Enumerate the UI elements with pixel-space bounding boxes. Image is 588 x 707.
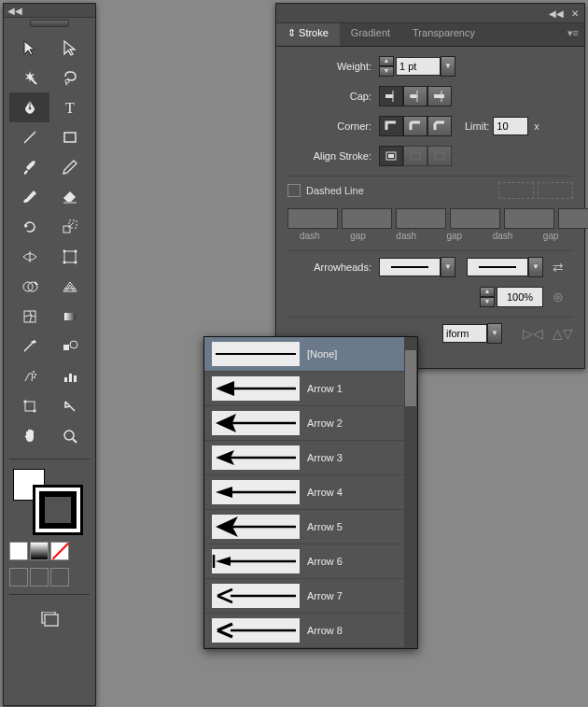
svg-rect-47 — [435, 152, 444, 160]
width-tool[interactable] — [9, 242, 49, 272]
tab-transparency[interactable]: Transparency — [401, 23, 486, 46]
profile-dd-icon[interactable]: ▼ — [487, 323, 502, 344]
panel-close-icon[interactable]: ✕ — [571, 8, 579, 19]
panel-grip[interactable] — [30, 20, 69, 27]
arrow-scale-input[interactable] — [497, 287, 543, 307]
eyedropper-tool[interactable] — [9, 332, 49, 361]
tab-gradient[interactable]: Gradient — [340, 23, 401, 46]
corner-miter-button[interactable] — [379, 116, 403, 136]
limit-x-label: x — [534, 120, 539, 132]
weight-input[interactable] — [396, 57, 441, 76]
draw-normal-button[interactable] — [9, 568, 28, 587]
arrowhead-end-dropdown[interactable] — [467, 258, 528, 276]
dash-3-input[interactable] — [504, 208, 554, 229]
panel-menu-icon[interactable]: ▾≡ — [562, 23, 584, 46]
gap-1-input[interactable] — [342, 208, 392, 229]
cap-projecting-button[interactable] — [427, 86, 452, 106]
align-inside-button[interactable] — [403, 146, 427, 166]
free-transform-tool[interactable] — [49, 242, 90, 272]
dash-label: dash — [384, 231, 428, 241]
dash-1-input[interactable] — [287, 208, 338, 229]
symbol-sprayer-tool[interactable] — [9, 361, 49, 391]
arrowhead-option[interactable]: [None] — [204, 337, 417, 372]
color-mode-button[interactable] — [9, 542, 28, 560]
dashed-line-checkbox[interactable] — [287, 184, 301, 197]
stroke-swatch[interactable] — [35, 488, 80, 532]
flip-across-icon[interactable]: △▽ — [553, 326, 573, 341]
zoom-tool[interactable] — [49, 421, 90, 451]
selection-tool[interactable] — [9, 33, 49, 63]
shape-builder-tool[interactable] — [9, 272, 49, 302]
perspective-grid-tool[interactable] — [49, 272, 90, 302]
hand-tool[interactable] — [9, 421, 49, 451]
weight-stepper[interactable]: ▲▼ — [379, 56, 394, 77]
arrowhead-option[interactable]: Arrow 3 — [204, 441, 417, 475]
blob-brush-tool[interactable] — [9, 182, 49, 212]
limit-input[interactable] — [493, 117, 528, 135]
type-tool[interactable]: T — [49, 92, 90, 122]
line-tool[interactable] — [9, 122, 49, 152]
blend-tool[interactable] — [49, 332, 90, 361]
svg-point-23 — [33, 371, 35, 373]
direct-selection-tool[interactable] — [49, 33, 90, 63]
link-scale-icon[interactable]: ⊛ — [553, 290, 564, 304]
screen-mode-button[interactable] — [9, 604, 90, 634]
arrowheads-label: Arrowheads: — [287, 262, 371, 273]
arrowhead-option[interactable]: Arrow 1 — [204, 372, 417, 406]
rectangle-tool[interactable] — [49, 122, 90, 152]
arrowhead-end-dd-icon[interactable]: ▼ — [528, 257, 543, 277]
draw-behind-button[interactable] — [30, 568, 49, 587]
paintbrush-tool[interactable] — [9, 152, 49, 182]
eraser-tool[interactable] — [49, 182, 90, 212]
slice-tool[interactable] — [49, 391, 90, 421]
corner-round-button[interactable] — [403, 116, 427, 136]
collapse-icon[interactable]: ◀◀ — [7, 6, 22, 16]
scrollbar[interactable] — [404, 337, 417, 648]
arrowhead-option[interactable]: Arrow 5 — [204, 510, 417, 544]
svg-point-34 — [64, 431, 74, 440]
stroke-panel-header: ◀◀ ✕ — [276, 4, 584, 23]
cap-butt-button[interactable] — [379, 86, 403, 106]
arrowhead-option[interactable]: Arrow 2 — [204, 406, 417, 441]
align-outside-button[interactable] — [427, 146, 452, 166]
draw-inside-button[interactable] — [50, 568, 69, 587]
column-graph-tool[interactable] — [49, 361, 90, 391]
profile-dropdown[interactable] — [442, 324, 487, 343]
flip-along-icon[interactable]: ▷◁ — [523, 326, 543, 341]
corner-bevel-button[interactable] — [427, 116, 452, 136]
dash-align-preserve-button[interactable] — [498, 182, 534, 199]
scale-tool[interactable] — [49, 212, 90, 242]
arrowhead-option[interactable]: Arrow 7 — [204, 579, 417, 614]
tools-panel: ◀◀ T — [3, 3, 96, 706]
gradient-mode-button[interactable] — [30, 542, 49, 560]
none-mode-button[interactable] — [50, 542, 69, 560]
mesh-tool[interactable] — [9, 302, 49, 332]
arrowhead-start-dropdown[interactable] — [379, 258, 441, 276]
swap-arrowheads-icon[interactable]: ⇄ — [553, 260, 564, 275]
magic-wand-tool[interactable] — [9, 63, 49, 92]
dash-2-input[interactable] — [396, 208, 446, 229]
arrowhead-option[interactable]: Arrow 6 — [204, 544, 417, 579]
tab-stroke[interactable]: Stroke — [276, 23, 340, 46]
gradient-tool[interactable] — [49, 302, 90, 332]
svg-rect-37 — [45, 615, 58, 626]
cap-round-button[interactable] — [403, 86, 427, 106]
scrollbar-thumb[interactable] — [405, 350, 416, 406]
pencil-tool[interactable] — [49, 152, 90, 182]
dash-align-corners-button[interactable] — [538, 182, 573, 199]
arrowhead-option[interactable]: Arrow 4 — [204, 475, 417, 510]
pen-tool[interactable] — [9, 92, 49, 122]
arrowhead-option-label: Arrow 3 — [307, 452, 343, 463]
arrowhead-start-dd-icon[interactable]: ▼ — [441, 257, 455, 277]
arrowhead-option[interactable]: Arrow 8 — [204, 614, 417, 648]
artboard-tool[interactable] — [9, 391, 49, 421]
gap-2-input[interactable] — [450, 208, 500, 229]
lasso-tool[interactable] — [49, 63, 90, 92]
arrowhead-option-label: Arrow 5 — [307, 521, 343, 532]
panel-collapse-icon[interactable]: ◀◀ — [549, 8, 564, 19]
weight-dropdown[interactable]: ▼ — [441, 56, 455, 77]
align-center-button[interactable] — [379, 146, 403, 166]
gap-3-input[interactable] — [558, 208, 588, 229]
rotate-tool[interactable] — [9, 212, 49, 242]
scale-stepper[interactable]: ▲▼ — [480, 287, 495, 307]
